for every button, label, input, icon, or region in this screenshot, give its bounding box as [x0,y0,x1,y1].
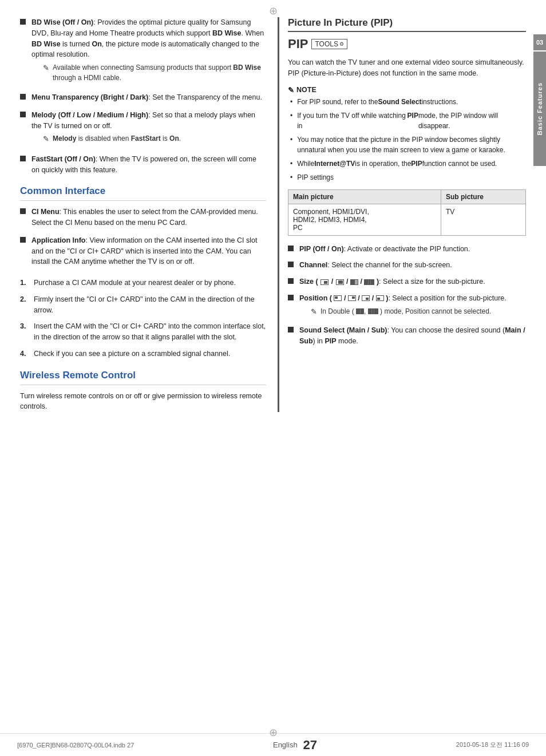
bullet-square [20,112,26,117]
pos-icon-3 [362,295,370,301]
sidebar-tab: Basic Features [533,52,546,166]
wireless-remote-heading: Wireless Remote Control [20,370,266,385]
crosshair-top: ⊕ [269,5,278,17]
bd-wise-note: ✎ Available when connecting Samsung prod… [43,62,266,83]
double-icon-1 [356,308,364,314]
menu-transparency-text: Menu Transparency (Bright / Dark): Set t… [31,92,266,103]
bullet-square [288,246,294,251]
note-item-3: You may notice that the picture in the P… [288,134,526,155]
list-item-step-3: 3. Insert the CAM with the "CI or CI+ CA… [20,321,266,343]
wireless-remote-text: Turn wireless remote controls on or off … [20,391,266,413]
footer-page-info: English 27 [273,738,317,753]
size-icon-3 [350,279,358,285]
pip-section-title: Picture In Picture (PIP) [288,17,526,32]
pip-setting-position: Position ( / / / ): Select a position fo… [288,293,526,319]
note-item-2: If you turn the TV off while watching in… [288,110,526,131]
wireless-remote-section: Wireless Remote Control Turn wireless re… [20,370,266,413]
table-header-main: Main picture [288,189,441,204]
pip-settings-list: PIP (Off / On): Activate or deactivate t… [288,244,526,347]
bullet-square [20,156,26,161]
note-pencil-icon: ✎ [288,86,294,94]
list-item-step-1: 1. Purchase a CI CAM module at your near… [20,278,266,288]
pip-setting-size: Size ( / / / ): Select a size for the su… [288,276,526,287]
pos-icon-4 [376,295,384,301]
pip-note-block: ✎ NOTE For PIP sound, refer to the Sound… [288,86,526,183]
left-column: BD Wise (Off / On): Provides the optimal… [20,17,266,412]
ci-bullet-list: CI Menu: This enables the user to select… [20,207,266,267]
melody-note: ✎ Melody is disabled when FastStart is O… [43,133,266,145]
footer-file-info: [6970_GER]BN68-02807Q-00L04.indb 27 [17,742,134,749]
bullet-square [20,94,26,100]
crosshair-bottom: ⊕ [269,726,278,739]
note-item-1: For PIP sound, refer to the Sound Select… [288,97,526,107]
list-item-step-2: 2. Firmly insert the "CI or CI+ CARD" in… [20,294,266,316]
list-item-bd-wise: BD Wise (Off / On): Provides the optimal… [20,17,266,85]
pos-icon-2 [348,295,356,301]
list-item-app-info: Application Info: View information on th… [20,235,266,267]
list-item-step-4: 4. Check if you can see a picture on a s… [20,349,266,359]
table-cell-sub: TV [441,204,525,235]
note-item-5: PIP settings [288,172,526,183]
note-list: For PIP sound, refer to the Sound Select… [288,97,526,183]
pip-setting-on-off: PIP (Off / On): Activate or deactivate t… [288,244,526,255]
bullet-square [20,208,26,214]
common-interface-section: Common Interface CI Menu: This enables t… [20,185,266,359]
table-row: Component, HDMI1/DVI,HDMI2, HDMI3, HDMI4… [288,204,526,235]
table-cell-main: Component, HDMI1/DVI,HDMI2, HDMI3, HDMI4… [288,204,441,235]
bullet-square [288,262,294,267]
bullet-square [288,295,294,300]
pip-main-heading: PIP TOOLS ⚙ [288,37,526,52]
footer-date-info: 2010-05-18 오전 11:16 09 [456,741,529,749]
melody-text: Melody (Off / Low / Medium / High): Set … [31,110,266,147]
pip-setting-sound: Sound Select (Main / Sub): You can choos… [288,325,526,347]
table-header-sub: Sub picture [441,189,525,204]
size-icon-1 [321,279,329,285]
list-item-melody: Melody (Off / Low / Medium / High): Set … [20,110,266,147]
ci-numbered-list: 1. Purchase a CI CAM module at your near… [20,278,266,359]
pip-description: You can watch the TV tuner and one exter… [288,57,526,79]
pip-tools-badge: TOOLS ⚙ [311,39,347,49]
list-item-menu-transparency: Menu Transparency (Bright / Dark): Set t… [20,92,266,103]
bullet-square [20,237,26,243]
english-label: English [273,741,298,749]
size-icon-2 [336,279,344,285]
note-icon: ✎ [43,133,49,145]
table-header-row: Main picture Sub picture [288,189,526,204]
sidebar-chapter-number: 03 [533,34,546,50]
position-note: ✎ In Double ( , ) mode, Position cannot … [311,306,507,318]
right-column: Picture In Picture (PIP) PIP TOOLS ⚙ You… [278,17,526,412]
bullet-square [20,19,26,25]
faststart-text: FastStart (Off / On): When the TV is pow… [31,154,266,176]
double-icon-2 [368,308,378,314]
pip-setting-channel: Channel: Select the channel for the sub-… [288,260,526,271]
note-title: ✎ NOTE [288,86,526,94]
list-item-ci-menu: CI Menu: This enables the user to select… [20,207,266,228]
common-interface-heading: Common Interface [20,185,266,201]
bullet-square [288,278,294,284]
main-content: BD Wise (Off / On): Provides the optimal… [0,0,546,429]
note-icon: ✎ [43,62,49,74]
size-icon-4 [364,279,374,285]
pip-table: Main picture Sub picture Component, HDMI… [288,189,526,236]
pip-label: PIP [288,37,308,52]
bullet-square [288,327,294,333]
pos-icon-1 [334,295,342,301]
bullet-list-main: BD Wise (Off / On): Provides the optimal… [20,17,266,175]
bd-wise-text: BD Wise (Off / On): Provides the optimal… [31,17,266,85]
page-container: ⊕ ⊕ 03 Basic Features BD Wise (Off / On)… [0,0,546,756]
list-item-faststart: FastStart (Off / On): When the TV is pow… [20,154,266,176]
note-item-4: While Internet@TV is in operation, the P… [288,159,526,169]
note-icon: ✎ [311,306,317,318]
page-number: 27 [303,738,317,753]
